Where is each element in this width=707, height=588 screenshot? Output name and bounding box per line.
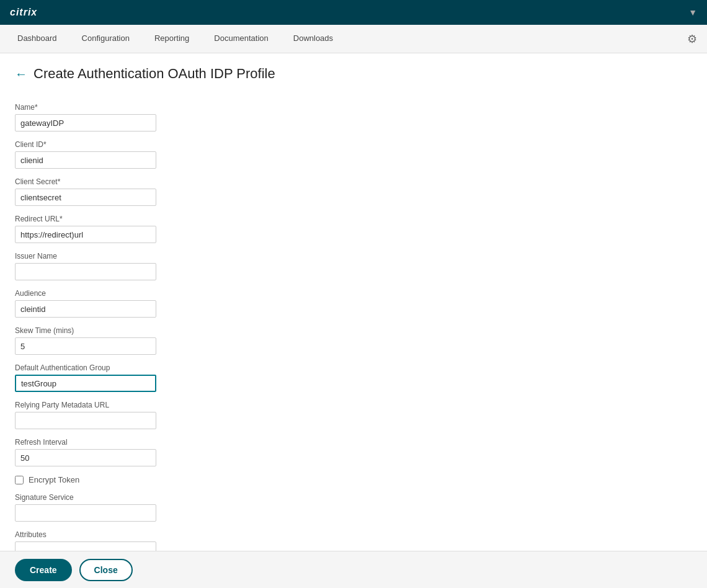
signature-service-label: Signature Service: [15, 493, 692, 502]
client-secret-field-group: Client Secret*: [15, 177, 692, 206]
tab-reporting[interactable]: Reporting: [142, 26, 202, 52]
tab-configuration[interactable]: Configuration: [69, 26, 142, 52]
issuer-name-field-group: Issuer Name: [15, 252, 692, 280]
redirect-url-field-group: Redirect URL*: [15, 215, 692, 243]
issuer-name-label: Issuer Name: [15, 252, 692, 261]
audience-label: Audience: [15, 289, 692, 298]
redirect-url-label: Redirect URL*: [15, 215, 692, 223]
client-id-label: Client ID*: [15, 140, 692, 149]
refresh-interval-label: Refresh Interval: [15, 438, 692, 447]
name-label: Name*: [15, 103, 692, 112]
encrypt-token-checkbox[interactable]: [15, 476, 24, 484]
name-field-group: Name*: [15, 103, 692, 131]
refresh-interval-field-group: Refresh Interval: [15, 438, 692, 466]
name-input[interactable]: [15, 114, 156, 131]
encrypt-token-label: Encrypt Token: [29, 475, 79, 484]
default-auth-group-field-group: Default Authentication Group: [15, 363, 692, 392]
relying-party-url-field-group: Relying Party Metadata URL: [15, 401, 692, 429]
skew-time-label: Skew Time (mins): [15, 326, 692, 335]
client-id-input[interactable]: [15, 151, 156, 169]
skew-time-input[interactable]: [15, 337, 156, 355]
create-button[interactable]: Create: [15, 559, 72, 581]
signature-service-field-group: Signature Service: [15, 493, 692, 522]
page-title-row: ← Create Authentication OAuth IDP Profil…: [15, 66, 692, 82]
back-arrow-icon[interactable]: ←: [15, 67, 27, 81]
skew-time-field-group: Skew Time (mins): [15, 326, 692, 355]
settings-gear-icon[interactable]: ⚙: [682, 27, 702, 51]
tab-documentation[interactable]: Documentation: [202, 26, 280, 52]
citrix-logo: citrix: [10, 7, 37, 18]
header-chevron-icon[interactable]: ▼: [688, 7, 697, 17]
nav-bar: Dashboard Configuration Reporting Docume…: [0, 25, 707, 53]
attributes-label: Attributes: [15, 530, 692, 539]
close-button[interactable]: Close: [79, 559, 133, 581]
client-secret-input[interactable]: [15, 189, 156, 206]
relying-party-url-label: Relying Party Metadata URL: [15, 401, 692, 409]
footer-bar: Create Close: [0, 551, 707, 588]
audience-field-group: Audience: [15, 289, 692, 318]
refresh-interval-input[interactable]: [15, 449, 156, 466]
page-content: ← Create Authentication OAuth IDP Profil…: [0, 53, 707, 588]
issuer-name-input[interactable]: [15, 263, 156, 280]
form-section: Name* Client ID* Client Secret* Redirect…: [15, 97, 692, 588]
default-auth-group-input[interactable]: [15, 375, 156, 392]
tab-downloads[interactable]: Downloads: [281, 26, 345, 52]
page-title: Create Authentication OAuth IDP Profile: [33, 66, 275, 82]
client-secret-label: Client Secret*: [15, 177, 692, 186]
client-id-field-group: Client ID*: [15, 140, 692, 169]
default-auth-group-label: Default Authentication Group: [15, 363, 692, 372]
header-bar: citrix ▼: [0, 0, 707, 25]
audience-input[interactable]: [15, 300, 156, 318]
redirect-url-input[interactable]: [15, 226, 156, 243]
relying-party-url-input[interactable]: [15, 412, 156, 429]
signature-service-input[interactable]: [15, 504, 156, 522]
encrypt-token-row: Encrypt Token: [15, 475, 692, 484]
tab-dashboard[interactable]: Dashboard: [5, 26, 69, 52]
